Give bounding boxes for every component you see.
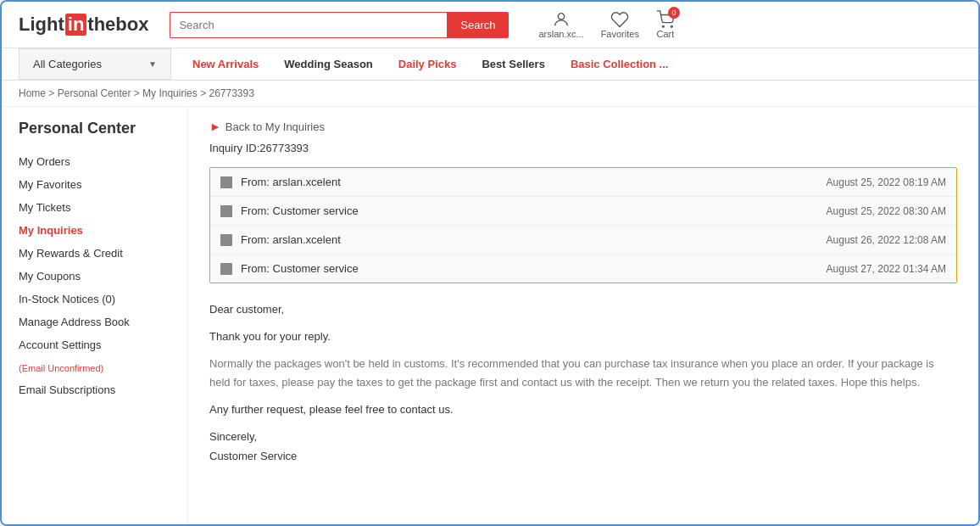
sidebar: Personal Center My Orders My Favorites M…	[2, 107, 188, 524]
svg-point-2	[671, 25, 672, 27]
email-sincerely: Sincerely,	[209, 428, 957, 446]
message-icon-4	[220, 263, 232, 275]
email-signature: Customer Service	[209, 447, 957, 466]
msg-from-1: From: arslan.xcelent	[241, 176, 827, 188]
cart-badge: 0	[668, 7, 680, 19]
categories-dropdown[interactable]: All Categories ▼	[19, 48, 171, 80]
nav-item-wedding-season[interactable]: Wedding Season	[284, 58, 373, 70]
content-area: ► Back to My Inquiries Inquiry ID:267733…	[188, 107, 978, 524]
header-icons: arslan.xc... Favorites 0 Cart	[538, 10, 674, 39]
sidebar-item-email-unconfirmed: (Email Unconfirmed)	[19, 358, 170, 378]
breadcrumb-inquiry-id: 26773393	[209, 87, 253, 99]
email-greeting: Dear customer,	[209, 300, 957, 319]
message-row[interactable]: From: Customer service August 25, 2022 0…	[210, 197, 956, 226]
msg-from-2: From: Customer service	[241, 204, 827, 217]
nav-bar: All Categories ▼ New Arrivals Wedding Se…	[2, 48, 978, 81]
message-icon-1	[220, 176, 232, 188]
sidebar-item-my-tickets[interactable]: My Tickets	[19, 196, 170, 219]
message-row[interactable]: From: arslan.xcelent August 26, 2022 12:…	[210, 226, 956, 255]
cart-icon-item[interactable]: 0 Cart	[656, 10, 675, 39]
heart-icon	[610, 10, 629, 29]
email-thanks: Thank you for your reply.	[209, 327, 957, 346]
sidebar-item-rewards-credit[interactable]: My Rewards & Credit	[19, 242, 170, 265]
message-row[interactable]: From: Customer service August 27, 2022 0…	[210, 255, 956, 283]
logo-suffix: thebox	[87, 14, 148, 36]
sidebar-item-manage-address-book[interactable]: Manage Address Book	[19, 311, 170, 333]
breadcrumb-home[interactable]: Home	[19, 87, 46, 99]
message-row[interactable]: From: arslan.xcelent August 25, 2022 08:…	[210, 168, 956, 197]
sidebar-item-in-stock-notices[interactable]: In-Stock Notices (0)	[19, 288, 170, 311]
main-content: Personal Center My Orders My Favorites M…	[2, 107, 978, 524]
header: Lightinthebox Search arslan.xc... Favori…	[2, 2, 978, 48]
msg-date-4: August 27, 2022 01:34 AM	[827, 263, 946, 275]
search-button[interactable]: Search	[447, 12, 509, 38]
logo-in: in	[65, 14, 87, 36]
breadcrumb-my-inquiries[interactable]: My Inquiries	[142, 87, 198, 99]
user-icon	[552, 10, 571, 29]
message-icon-3	[220, 234, 232, 246]
nav-item-new-arrivals[interactable]: New Arrivals	[192, 58, 259, 70]
back-arrow-icon: ►	[209, 120, 221, 133]
messages-list: From: arslan.xcelent August 25, 2022 08:…	[209, 167, 957, 283]
inquiry-id: Inquiry ID:26773393	[209, 142, 957, 154]
search-bar: Search	[170, 12, 509, 38]
chevron-down-icon: ▼	[148, 59, 157, 69]
favorites-label: Favorites	[601, 29, 639, 39]
svg-point-1	[662, 25, 664, 27]
msg-from-3: From: arslan.xcelent	[241, 233, 827, 246]
sidebar-item-my-favorites[interactable]: My Favorites	[19, 173, 170, 196]
msg-date-2: August 25, 2022 08:30 AM	[827, 205, 946, 217]
msg-from-4: From: Customer service	[241, 262, 827, 275]
logo-prefix: Light	[19, 14, 64, 36]
categories-label: All Categories	[33, 58, 102, 70]
svg-point-0	[558, 14, 564, 20]
breadcrumb: Home > Personal Center > My Inquiries > …	[2, 81, 978, 107]
email-signature-block: Sincerely, Customer Service	[209, 428, 957, 465]
breadcrumb-personal-center[interactable]: Personal Center	[58, 87, 131, 99]
sidebar-item-email-subscriptions[interactable]: Email Subscriptions	[19, 378, 170, 401]
nav-item-best-sellers[interactable]: Best Sellers	[482, 58, 544, 70]
user-icon-item[interactable]: arslan.xc...	[538, 10, 583, 39]
nav-item-daily-picks[interactable]: Daily Picks	[398, 58, 457, 70]
favorites-icon-item[interactable]: Favorites	[601, 10, 639, 39]
email-body: Dear customer, Thank you for your reply.…	[209, 300, 957, 466]
cart-label: Cart	[657, 29, 675, 39]
search-input[interactable]	[170, 12, 447, 38]
nav-items: New Arrivals Wedding Season Daily Picks …	[171, 49, 689, 79]
sidebar-item-my-orders[interactable]: My Orders	[19, 150, 170, 173]
email-further: Any further request, please feel free to…	[209, 400, 957, 419]
back-link-label: Back to My Inquiries	[226, 120, 325, 133]
sidebar-item-my-inquiries[interactable]: My Inquiries	[19, 219, 170, 242]
logo[interactable]: Lightinthebox	[19, 14, 148, 36]
sidebar-item-account-settings[interactable]: Account Settings	[19, 333, 170, 356]
user-label: arslan.xc...	[538, 29, 583, 39]
nav-item-basic-collection[interactable]: Basic Collection ...	[571, 58, 669, 70]
message-icon-2	[220, 205, 232, 217]
sidebar-item-my-coupons[interactable]: My Coupons	[19, 265, 170, 288]
sidebar-title: Personal Center	[19, 120, 170, 137]
msg-date-3: August 26, 2022 12:08 AM	[827, 234, 946, 246]
msg-date-1: August 25, 2022 08:19 AM	[827, 176, 946, 188]
email-notice: Normally the packages won't be held in c…	[209, 355, 957, 392]
back-link[interactable]: ► Back to My Inquiries	[209, 120, 957, 133]
